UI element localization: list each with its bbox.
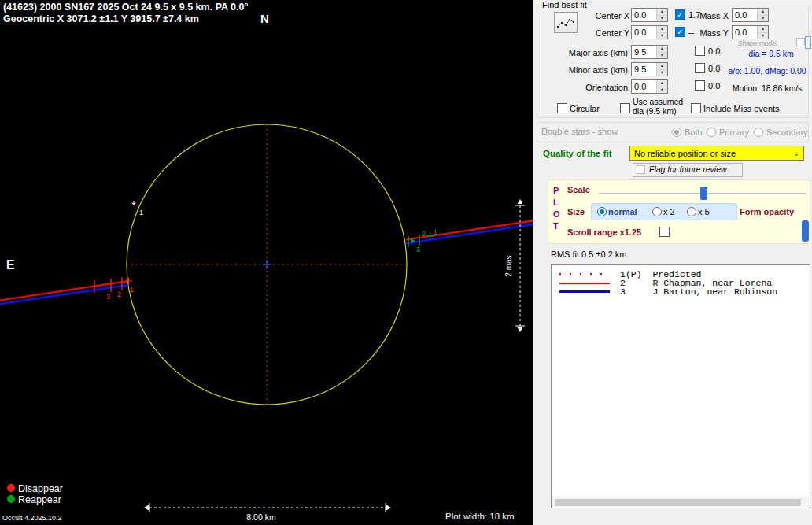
spin-down-icon[interactable]: ▼ <box>657 87 667 94</box>
orientation-value[interactable]: 0.0 <box>632 80 656 93</box>
disappear-legend-label: Disappear <box>18 483 63 494</box>
size-normal-label: normal <box>608 207 637 216</box>
center-y-value[interactable]: 0.0 <box>632 26 656 39</box>
sparkline-chart-icon <box>556 16 575 30</box>
spin-up-icon[interactable]: ▲ <box>758 26 768 33</box>
plot-width-label: Plot width: 18 km <box>445 512 515 521</box>
orientation-spinner[interactable]: 0.0 ▲ ▼ <box>631 79 668 94</box>
spin-down-icon[interactable]: ▼ <box>758 16 768 22</box>
mass-y-label: Mass Y <box>692 28 729 38</box>
flag-review-checkbox[interactable] <box>637 165 645 174</box>
size-x5-radio[interactable] <box>687 207 696 216</box>
control-panel: Find best fit Center X 0.0 ▲ ▼ ✓ 1.7 Mas… <box>533 0 812 525</box>
center-cross-marker <box>262 260 271 269</box>
center-x-value[interactable]: 0.0 <box>632 9 656 21</box>
form-opacity-label: Form opacity <box>740 207 794 216</box>
double-stars-both-radio[interactable] <box>672 128 681 137</box>
spin-up-icon[interactable]: ▲ <box>657 26 667 33</box>
plot-subtitle: Geocentric X 3071.2 ±1.1 Y 3915.7 ±7.4 k… <box>3 13 199 24</box>
size-x2-radio[interactable] <box>652 207 662 216</box>
find-best-fit-group-label: Find best fit <box>540 0 589 9</box>
spin-up-icon[interactable]: ▲ <box>657 9 667 16</box>
center-x-spin-buttons[interactable]: ▲ ▼ <box>656 9 667 21</box>
center-x-checkbox[interactable]: ✓ <box>675 9 685 20</box>
orientation-checkbox[interactable] <box>695 80 705 91</box>
mass-y-spinner[interactable]: 0.0 ▲ ▼ <box>732 25 769 39</box>
spin-up-icon[interactable]: ▲ <box>657 63 667 70</box>
use-assumed-dia-checkbox[interactable] <box>620 103 630 113</box>
spin-down-icon[interactable]: ▼ <box>758 33 768 39</box>
spin-down-icon[interactable]: ▼ <box>657 70 667 76</box>
minor-axis-spin-buttons[interactable]: ▲ ▼ <box>656 63 667 76</box>
reappear-legend-label: Reappear <box>18 494 61 505</box>
app-version-label: Occult 4.2025.10.2 <box>2 514 62 522</box>
form-opacity-slider-handle[interactable] <box>802 220 809 242</box>
center-y-label: Center Y <box>585 28 629 38</box>
include-miss-events-checkbox[interactable] <box>691 103 701 113</box>
mass-y-spin-buttons[interactable]: ▲ ▼ <box>757 26 768 39</box>
major-axis-spin-buttons[interactable]: ▲ ▼ <box>656 46 667 58</box>
plot-letter: P <box>553 186 559 195</box>
shape-model-cutoff-control[interactable] <box>805 36 811 49</box>
spin-up-icon[interactable]: ▲ <box>657 80 667 87</box>
major-axis-checkbox[interactable] <box>695 46 705 56</box>
mass-x-label: Mass X <box>692 11 729 20</box>
vertical-scale-label: 2 mas <box>504 255 513 276</box>
major-axis-spinner[interactable]: 9.5 ▲ ▼ <box>631 45 668 59</box>
shape-model-checkbox[interactable] <box>796 38 805 46</box>
chord-list-row[interactable]: 3 J Barton, near Robinson <box>552 287 810 296</box>
spin-down-icon[interactable]: ▼ <box>657 53 667 59</box>
center-y-spin-buttons[interactable]: ▲ ▼ <box>656 26 667 39</box>
plot-title: (41623) 2000 SN167 2025 Oct 24 9.5 x 9.5… <box>3 2 248 13</box>
major-axis-error-label: 0.0 <box>708 46 720 56</box>
reappear-marker-label: 2 <box>422 230 426 238</box>
quality-of-fit-dropdown[interactable]: No reliable position or size ⌄ <box>629 146 804 161</box>
chord-list-horizontal-scrollbar[interactable] <box>552 497 809 507</box>
major-axis-label: Major axis (km) <box>549 48 628 57</box>
circular-checkbox[interactable] <box>557 103 567 113</box>
reappear-marker-label: 3 <box>416 246 420 253</box>
orientation-error-label: 0.0 <box>708 81 720 91</box>
orientation-label: Orientation <box>549 83 628 92</box>
quality-of-fit-label: Quality of the fit <box>543 149 612 158</box>
minor-axis-spinner[interactable]: 9.5 ▲ ▼ <box>631 62 668 76</box>
double-stars-secondary-radio[interactable] <box>754 128 763 137</box>
center-y-checkbox[interactable]: ✓ <box>675 27 685 37</box>
plot-letter: L <box>553 198 559 207</box>
mass-y-value[interactable]: 0.0 <box>733 26 757 39</box>
red-chord-line-sample <box>559 283 610 284</box>
disappear-marker-label: 1 <box>130 286 134 294</box>
east-direction-label: E <box>6 258 15 272</box>
mass-x-value[interactable]: 0.0 <box>733 9 757 21</box>
dropdown-arrow-icon[interactable]: ⌄ <box>793 150 799 157</box>
center-y-spinner[interactable]: 0.0 ▲ ▼ <box>631 25 668 39</box>
mass-x-spin-buttons[interactable]: ▲ ▼ <box>757 9 768 21</box>
size-label: Size <box>567 207 585 216</box>
mass-x-spinner[interactable]: 0.0 ▲ ▼ <box>732 8 769 22</box>
plot-letter: T <box>553 221 559 231</box>
minor-axis-value[interactable]: 9.5 <box>632 63 656 76</box>
best-fit-graph-button[interactable] <box>554 12 578 33</box>
double-stars-secondary-label: Secondary <box>766 128 808 137</box>
scrollbar-thumb[interactable] <box>555 499 801 506</box>
spin-down-icon[interactable]: ▼ <box>657 16 667 22</box>
scroll-range-checkbox[interactable] <box>659 227 670 237</box>
size-x2-label: x 2 <box>663 207 675 216</box>
spin-up-icon[interactable]: ▲ <box>657 46 667 53</box>
spin-up-icon[interactable]: ▲ <box>758 9 768 16</box>
orientation-spin-buttons[interactable]: ▲ ▼ <box>656 80 667 93</box>
scroll-range-label: Scroll range x1.25 <box>567 227 641 237</box>
spin-down-icon[interactable]: ▼ <box>657 33 667 39</box>
chord-list-text: 3 J Barton, near Robinson <box>620 287 777 297</box>
center-x-label: Center X <box>585 11 629 20</box>
scale-slider-handle[interactable] <box>700 187 707 200</box>
diameter-info: dia = 9.5 km <box>732 49 810 58</box>
predicted-chord-line-sample <box>559 273 610 275</box>
major-axis-value[interactable]: 9.5 <box>632 46 656 58</box>
minor-axis-checkbox[interactable] <box>695 63 705 73</box>
star-marker-icon: * <box>131 198 136 212</box>
center-x-spinner[interactable]: 0.0 ▲ ▼ <box>631 8 668 22</box>
chord-list[interactable]: 1(P) Predicted 2 R Chapman, near Lorena … <box>551 264 810 508</box>
size-normal-radio[interactable] <box>597 207 607 216</box>
double-stars-primary-radio[interactable] <box>707 128 716 137</box>
